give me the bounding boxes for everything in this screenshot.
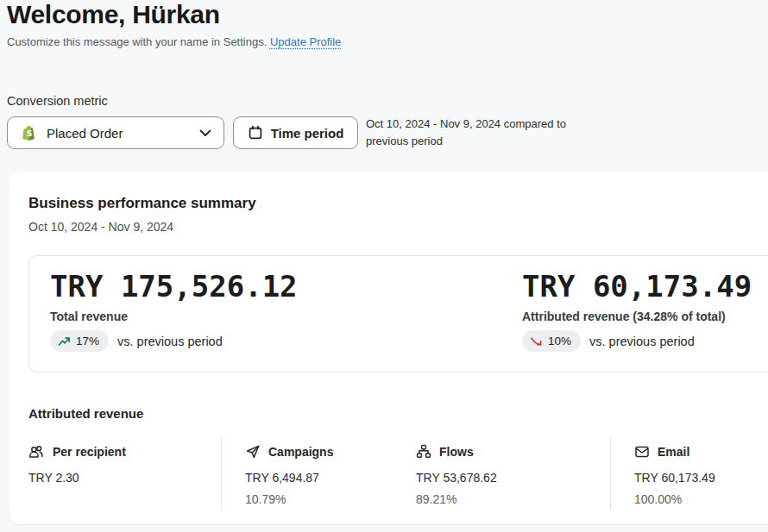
trend-down-icon [530,335,543,347]
comparison-text: vs. previous period [117,335,223,348]
update-profile-link[interactable]: Update Profile [270,35,341,48]
attributed-revenue-metric: TRY 60,173.49 Attributed revenue (34.28%… [522,269,768,372]
period-note: Oct 10, 2024 - Nov 9, 2024 compared to p… [366,116,587,150]
total-revenue-metric: TRY 175,526.12 Total revenue 17% vs. pre… [50,269,522,372]
change-percent: 10% [548,335,571,347]
flow-icon [416,444,431,460]
time-period-button[interactable]: Time period [233,116,358,149]
conversion-metric-label: Conversion metric [7,94,108,108]
column-label: Email [658,445,689,459]
email-column: Email TRY 60,173.49 100.00% [610,436,768,510]
column-label: Flows [439,445,474,459]
total-revenue-label: Total revenue [50,310,522,323]
svg-text:S: S [27,128,32,137]
card-title: Business performance summary [28,195,256,212]
column-value: TRY 53,678.62 [416,471,610,485]
attributed-revenue-value: TRY 60,173.49 [522,269,768,304]
page-title: Welcome, Hürkan [7,0,220,29]
column-value: TRY 6,494.87 [245,471,416,485]
page-subtitle: Customize this message with your name in… [7,35,341,48]
revenue-metrics-box: TRY 175,526.12 Total revenue 17% vs. pre… [28,255,768,372]
column-label: Campaigns [268,445,333,459]
column-percent: 89.21% [416,492,610,506]
column-value: TRY 2.30 [28,471,221,485]
attributed-revenue-breakdown: Per recipient TRY 2.30 Campaigns TRY 6,4… [28,436,768,510]
shopify-icon: S [20,124,38,142]
send-icon [245,444,261,460]
column-percent: 10.79% [245,492,416,506]
subtitle-text: Customize this message with your name in… [7,35,267,48]
attributed-revenue-heading: Attributed revenue [28,406,143,421]
comparison-text: vs. previous period [589,335,695,348]
change-badge: 17% [50,330,109,352]
total-revenue-value: TRY 175,526.12 [50,269,522,304]
calendar-icon [248,125,263,141]
chevron-down-icon [199,129,211,137]
email-icon [634,444,650,460]
card-date-range: Oct 10, 2024 - Nov 9, 2024 [28,220,173,234]
column-percent: 100.00% [634,492,768,506]
per-recipient-column: Per recipient TRY 2.30 [28,436,221,510]
column-label: Per recipient [53,445,126,459]
conversion-metric-dropdown[interactable]: S Placed Order [7,116,224,149]
people-icon [28,444,45,460]
change-badge: 10% [522,330,581,352]
flows-column: Flows TRY 53,678.62 89.21% [416,436,610,510]
column-value: TRY 60,173.49 [634,471,768,485]
time-period-label: Time period [271,126,344,141]
trend-up-icon [58,335,71,347]
attributed-revenue-label: Attributed revenue (34.28% of total) [522,310,768,323]
business-performance-card: Business performance summary Oct 10, 202… [9,172,768,524]
dropdown-selected-value: Placed Order [47,126,191,141]
campaigns-column: Campaigns TRY 6,494.87 10.79% [221,436,416,510]
change-percent: 17% [76,335,99,347]
